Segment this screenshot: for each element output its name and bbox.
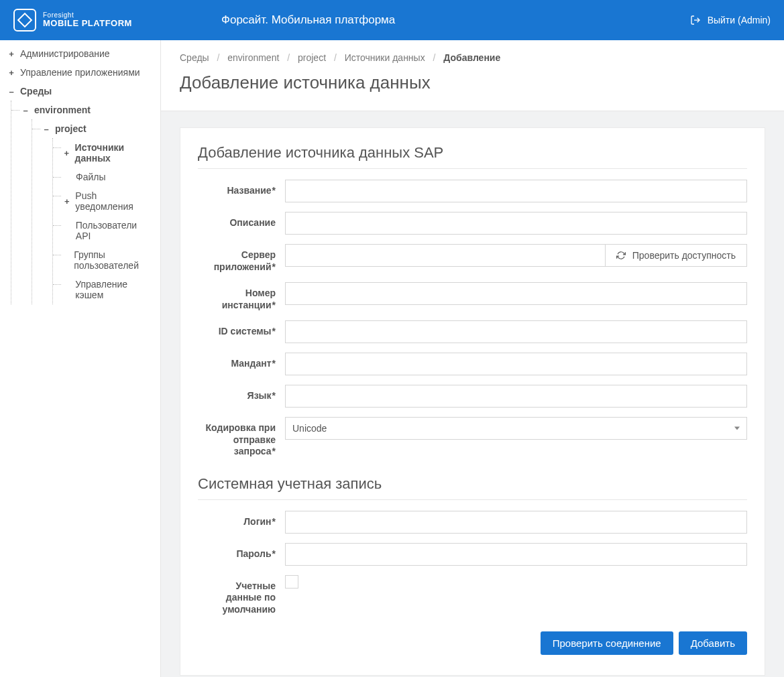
nav-cache-label: Управление кэшем — [75, 279, 154, 300]
crumb-environments[interactable]: Среды — [180, 52, 209, 63]
logo-icon — [13, 9, 36, 32]
main-content: Среды / environment / project / Источник… — [161, 40, 784, 677]
section-title-account: Системная учетная запись — [198, 475, 747, 500]
header-title: Форсайт. Мобильная платформа — [161, 13, 690, 27]
app-header: Foresight MOBILE PLATFORM Форсайт. Мобил… — [0, 0, 784, 40]
nav-apps-label: Управление приложениями — [20, 67, 140, 78]
nav-push[interactable]: + Push уведомления — [53, 186, 160, 216]
label-app-server: Сервер приложений — [198, 244, 285, 273]
nav-environments-label: Среды — [20, 86, 52, 97]
description-input[interactable] — [285, 212, 747, 235]
language-input[interactable] — [285, 385, 747, 408]
crumb-data-sources[interactable]: Источники данных — [345, 52, 425, 63]
form-panel: Добавление источника данных SAP Название… — [180, 127, 765, 676]
logout-button[interactable]: Выйти (Admin) — [690, 15, 771, 25]
nav-apps[interactable]: + Управление приложениями — [0, 63, 160, 82]
check-availability-button[interactable]: Проверить доступность — [606, 244, 747, 267]
refresh-icon — [616, 251, 626, 260]
label-password: Пароль — [198, 543, 285, 560]
nav-environment-label: environment — [34, 105, 91, 115]
sidebar: + Администрирование + Управление приложе… — [0, 40, 161, 677]
nav-files-label: Файлы — [76, 172, 105, 182]
password-input[interactable] — [285, 543, 747, 566]
section-title-main: Добавление источника данных SAP — [198, 144, 747, 169]
plus-icon: + — [7, 49, 16, 59]
plus-icon: + — [62, 196, 71, 206]
nav-api-users[interactable]: · Пользователи API — [53, 216, 160, 245]
logout-icon — [690, 15, 701, 25]
encoding-value: Unicode — [292, 423, 327, 434]
chevron-down-icon — [734, 427, 740, 430]
label-instance: Номер инстанции — [198, 282, 285, 311]
nav-push-label: Push уведомления — [75, 190, 154, 212]
label-encoding: Кодировка при отправке запроса — [198, 417, 285, 458]
crumb-environment[interactable]: environment — [227, 52, 279, 63]
login-input[interactable] — [285, 511, 747, 534]
system-id-input[interactable] — [285, 320, 747, 343]
nav-project[interactable]: – project — [32, 119, 160, 138]
minus-icon: – — [42, 124, 51, 134]
nav-admin-label: Администрирование — [20, 48, 110, 59]
label-language: Язык — [198, 385, 285, 402]
nav-user-groups[interactable]: · Группы пользователей — [53, 245, 160, 275]
app-server-input[interactable] — [285, 244, 606, 267]
check-availability-label: Проверить доступность — [632, 250, 736, 261]
nav-user-groups-label: Группы пользователей — [74, 249, 154, 271]
page-title: Добавление источника данных — [180, 72, 765, 93]
minus-icon: – — [21, 105, 30, 115]
nav-admin[interactable]: + Администрирование — [0, 44, 160, 63]
label-client: Мандант — [198, 353, 285, 370]
logo: Foresight MOBILE PLATFORM — [13, 9, 161, 32]
plus-icon: + — [62, 148, 71, 158]
logout-label: Выйти (Admin) — [708, 15, 771, 25]
nav-environments[interactable]: – Среды — [0, 82, 160, 101]
nav-environment[interactable]: – environment — [11, 101, 160, 119]
nav-data-sources[interactable]: + Источники данных — [53, 138, 160, 168]
label-name: Название — [198, 180, 285, 197]
breadcrumb: Среды / environment / project / Источник… — [180, 52, 765, 63]
nav-api-users-label: Пользователи API — [76, 220, 154, 241]
check-connection-button[interactable]: Проверить соединение — [541, 631, 673, 655]
add-button[interactable]: Добавить — [679, 631, 747, 655]
label-system-id: ID системы — [198, 320, 285, 338]
crumb-current: Добавление — [443, 52, 500, 63]
nav-project-label: project — [55, 123, 87, 134]
nav-data-sources-label: Источники данных — [75, 142, 154, 164]
client-input[interactable] — [285, 353, 747, 375]
minus-icon: – — [7, 86, 16, 97]
encoding-select[interactable]: Unicode — [285, 417, 747, 440]
nav-files[interactable]: · Файлы — [53, 168, 160, 186]
label-login: Логин — [198, 511, 285, 528]
label-description: Описание — [198, 212, 285, 229]
crumb-project[interactable]: project — [298, 52, 326, 63]
label-default-creds: Учетные данные по умолчанию — [198, 575, 285, 616]
instance-input[interactable] — [285, 282, 747, 305]
default-creds-checkbox[interactable] — [285, 575, 298, 589]
plus-icon: + — [7, 68, 16, 78]
name-input[interactable] — [285, 180, 747, 202]
nav-cache[interactable]: · Управление кэшем — [53, 275, 160, 304]
brand-line2: MOBILE PLATFORM — [43, 19, 132, 28]
